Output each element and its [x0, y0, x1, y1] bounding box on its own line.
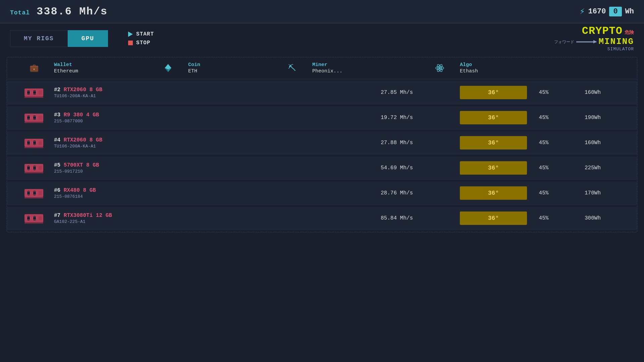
- gpu-model: RX480 8 GB: [64, 187, 96, 193]
- gpu-card-icon: [14, 136, 54, 149]
- temp-col: 36°: [460, 136, 527, 149]
- svg-point-39: [33, 191, 36, 195]
- table-row[interactable]: #6 RX480 8 GB 215-0876184 28.76 Mh/s 36°…: [7, 182, 637, 205]
- hashrate-col: 19.72 Mh/s: [312, 115, 420, 121]
- gpu-number-name: #6 RX480 8 GB: [54, 187, 148, 193]
- gpu-model: RTX2060 8 GB: [64, 87, 102, 93]
- gpu-name-col: #6 RX480 8 GB 215-0876184: [54, 187, 148, 199]
- logo-area: CRYPTO 危険 フォワード MINING SIMULATOR: [554, 26, 634, 52]
- miner-value: Pheonix...: [312, 68, 342, 74]
- gpu-svg: [24, 111, 44, 124]
- svg-point-11: [33, 91, 36, 94]
- gpu-model: 5700XT 8 GB: [64, 162, 99, 168]
- total-label: Total: [10, 9, 30, 16]
- table-container: 💼 Wallet Ethereum Coin ETH: [7, 57, 637, 232]
- table-row[interactable]: #2 RTX2060 8 GB TU106-200A-KA-A1 27.85 M…: [7, 81, 637, 104]
- table-row[interactable]: #7 RTX3080Ti 12 GB GA102-225-A1 85.84 Mh…: [7, 207, 637, 230]
- svg-point-18: [33, 116, 36, 119]
- table-row[interactable]: #4 RTX2060 8 GB TU106-200A-KA-A1 27.88 M…: [7, 131, 637, 155]
- coin-value: ETH: [188, 68, 197, 74]
- wallet-title: Wallet: [54, 62, 72, 68]
- svg-rect-26: [39, 141, 42, 145]
- gpu-svg: [24, 161, 44, 175]
- gpu-name-col: #5 5700XT 8 GB 215-0917210: [54, 162, 148, 174]
- svg-rect-48: [24, 222, 43, 224]
- top-bar-right: ⚡ 1670 0 Wh: [580, 6, 634, 17]
- wallet-icon-col: 💼: [14, 64, 54, 73]
- gpu-subname: 215-0876184: [54, 194, 148, 199]
- hashrate-col: 54.69 Mh/s: [312, 165, 420, 171]
- gpu-name-col: #2 RTX2060 8 GB TU106-200A-KA-A1: [54, 87, 148, 99]
- hashrate-col: 85.84 Mh/s: [312, 215, 420, 221]
- eth-icon-col: [148, 63, 188, 73]
- gpu-number: #5: [54, 162, 60, 168]
- table-header: 💼 Wallet Ethereum Coin ETH: [7, 57, 637, 79]
- gpu-model: RTX2060 8 GB: [64, 137, 102, 143]
- top-bar-left: Total 338.6 Mh/s: [10, 5, 580, 18]
- gpu-number-name: #4 RTX2060 8 GB: [54, 137, 148, 143]
- coin-col-header: Coin ETH: [188, 62, 272, 74]
- svg-rect-40: [39, 191, 42, 195]
- gpu-svg: [24, 136, 44, 149]
- gpu-model: RTX3080Ti 12 GB: [64, 213, 112, 219]
- atom-icon-col: [420, 63, 460, 73]
- fan-col: 45%: [527, 165, 560, 171]
- svg-point-46: [33, 217, 36, 220]
- gpu-number: #3: [54, 112, 60, 118]
- gpu-subname: GA102-225-A1: [54, 219, 148, 224]
- svg-point-44: [27, 217, 30, 220]
- gpu-name-col: #4 RTX2060 8 GB TU106-200A-KA-A1: [54, 137, 148, 149]
- temp-col: 36°: [460, 161, 527, 175]
- logo-mining: MINING: [598, 37, 634, 47]
- fan-col: 45%: [527, 140, 560, 146]
- start-label: START: [136, 31, 154, 37]
- svg-rect-34: [24, 172, 43, 173]
- stop-button[interactable]: STOP: [128, 40, 154, 46]
- rows-container: #2 RTX2060 8 GB TU106-200A-KA-A1 27.85 M…: [7, 81, 637, 230]
- power-col: 225Wh: [560, 165, 601, 171]
- tab-gpu[interactable]: GPU: [68, 30, 108, 47]
- table-row[interactable]: #5 5700XT 8 GB 215-0917210 54.69 Mh/s 36…: [7, 157, 637, 180]
- temp-col: 36°: [460, 186, 527, 200]
- play-icon: [128, 32, 133, 37]
- logo-simulator: SIMULATOR: [607, 47, 634, 52]
- stop-label: STOP: [136, 40, 150, 46]
- gpu-number-name: #2 RTX2060 8 GB: [54, 87, 148, 93]
- svg-point-30: [27, 166, 30, 170]
- algo-col-header: Algo Ethash: [460, 62, 527, 74]
- top-bar: Total 338.6 Mh/s ⚡ 1670 0 Wh: [0, 0, 644, 23]
- gpu-name-col: #7 RTX3080Ti 12 GB GA102-225-A1: [54, 213, 148, 224]
- fan-col: 45%: [527, 215, 560, 221]
- svg-rect-27: [24, 147, 43, 148]
- gpu-subname: 215-0877000: [54, 119, 148, 124]
- gpu-number-name: #3 R9 380 4 GB: [54, 112, 148, 118]
- gpu-number-name: #5 5700XT 8 GB: [54, 162, 148, 168]
- table-row[interactable]: #3 R9 380 4 GB 215-0877000 19.72 Mh/s 36…: [7, 106, 637, 129]
- svg-rect-41: [24, 197, 43, 198]
- hashrate-col: 27.88 Mh/s: [312, 140, 420, 146]
- logo-crypto: CRYPTO: [582, 26, 623, 37]
- tab-my-rigs[interactable]: MY RIGS: [10, 30, 68, 47]
- temp-col: 36°: [460, 111, 527, 124]
- pickaxe-icon-col: ⛏: [272, 63, 312, 73]
- svg-rect-20: [24, 122, 43, 123]
- stop-icon: [128, 41, 133, 45]
- miner-col-header: Miner Pheonix...: [312, 62, 420, 74]
- gpu-number: #6: [54, 187, 60, 193]
- svg-rect-13: [24, 97, 43, 98]
- svg-point-9: [27, 91, 30, 94]
- gpu-card-icon: [14, 186, 54, 200]
- atom-icon: [435, 63, 444, 73]
- gpu-svg: [24, 86, 44, 99]
- svg-rect-47: [39, 216, 42, 220]
- miner-title: Miner: [312, 62, 327, 68]
- wh-label: Wh: [625, 7, 634, 16]
- start-button[interactable]: START: [128, 31, 154, 37]
- gpu-svg: [24, 186, 44, 200]
- svg-point-25: [33, 141, 36, 144]
- svg-point-3: [439, 67, 441, 69]
- lightning-icon: ⚡: [580, 6, 585, 17]
- eth-diamond-icon: [163, 63, 173, 73]
- main-content: 💼 Wallet Ethereum Coin ETH: [0, 54, 644, 362]
- power-col: 190Wh: [560, 115, 601, 121]
